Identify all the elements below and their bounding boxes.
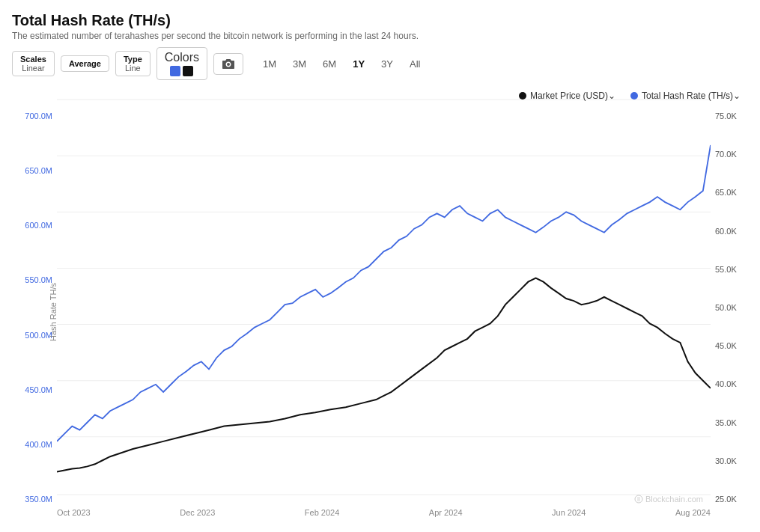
x-label-feb2024: Feb 2024	[305, 508, 339, 517]
camera-icon	[222, 58, 235, 70]
right-axis-label-60: 60.0K	[715, 227, 748, 236]
left-axis-label-600: 600.0M	[25, 221, 52, 230]
colors-swatches	[170, 66, 193, 76]
time-btn-6m[interactable]: 6M	[315, 54, 344, 74]
right-axis-label-25: 25.0K	[715, 495, 748, 504]
colors-control[interactable]: Colors	[156, 47, 207, 80]
time-btn-all[interactable]: All	[402, 54, 428, 74]
watermark: Blockchain.com	[634, 495, 703, 504]
right-axis-label-40: 40.0K	[715, 379, 748, 388]
scales-control[interactable]: Scales Linear	[12, 51, 55, 76]
title-section: Total Hash Rate (TH/s) The estimated num…	[12, 12, 748, 41]
x-label-dec2023: Dec 2023	[180, 508, 215, 517]
hash-rate-line	[57, 145, 711, 441]
y-axis-label: Hash Rate TH/s	[49, 283, 58, 341]
left-axis-label-700: 700.0M	[25, 111, 52, 120]
x-label-aug2024: Aug 2024	[675, 508, 711, 517]
legend-market-price: Market Price (USD)⌄	[519, 91, 615, 101]
page-title: Total Hash Rate (TH/s)	[12, 12, 748, 29]
legend-hash-rate: Total Hash Rate (TH/s)⌄	[630, 91, 741, 101]
legend-hash-rate-label: Total Hash Rate (TH/s)⌄	[642, 91, 741, 101]
left-axis-label-650: 650.0M	[25, 166, 52, 175]
x-label-oct2023: Oct 2023	[57, 508, 91, 517]
average-label: Average	[69, 59, 101, 68]
chart-legend: Market Price (USD)⌄ Total Hash Rate (TH/…	[519, 91, 741, 101]
screenshot-button[interactable]	[213, 53, 243, 75]
x-label-jun2024: Jun 2024	[552, 508, 586, 517]
scales-value: Linear	[22, 64, 45, 73]
scales-label: Scales	[20, 55, 46, 64]
time-btn-1y[interactable]: 1Y	[345, 54, 372, 74]
right-axis-label-55: 55.0K	[715, 265, 748, 274]
time-btn-3y[interactable]: 3Y	[374, 54, 401, 74]
type-label: Type	[124, 55, 142, 64]
colors-label: Colors	[165, 51, 199, 64]
type-control[interactable]: Type Line	[115, 51, 151, 76]
average-control[interactable]: Average	[61, 55, 109, 72]
left-axis-label-400: 400.0M	[25, 440, 52, 449]
page: Total Hash Rate (TH/s) The estimated num…	[0, 0, 760, 532]
watermark-text: Blockchain.com	[645, 495, 703, 504]
right-axis-label-35: 35.0K	[715, 418, 748, 427]
color-swatch-blue	[170, 66, 180, 76]
chart-area: Market Price (USD)⌄ Total Hash Rate (TH/…	[12, 89, 748, 526]
time-btn-1m[interactable]: 1M	[255, 54, 284, 74]
x-label-apr2024: Apr 2024	[429, 508, 463, 517]
type-value: Line	[125, 64, 141, 73]
chart-svg	[57, 89, 711, 505]
chart-main: Hash Rate TH/s	[57, 89, 711, 526]
market-price-line	[57, 278, 711, 472]
right-axis-label-45: 45.0K	[715, 341, 748, 350]
svg-point-0	[227, 63, 230, 66]
color-swatch-black	[183, 66, 193, 76]
left-axis-label-350: 350.0M	[25, 495, 52, 504]
legend-dot-black	[519, 92, 526, 100]
left-axis-label-450: 450.0M	[25, 385, 52, 394]
right-axis-label-75: 75.0K	[715, 111, 748, 120]
right-axis-label-50: 50.0K	[715, 303, 748, 312]
x-axis-labels: Oct 2023 Dec 2023 Feb 2024 Apr 2024 Jun …	[57, 508, 711, 517]
page-subtitle: The estimated number of terahashes per s…	[12, 31, 748, 41]
right-axis-label-30: 30.0K	[715, 456, 748, 465]
right-axis-label-70: 70.0K	[715, 150, 748, 159]
controls-bar: Scales Linear Average Type Line Colors 1…	[12, 47, 748, 80]
right-axis-label-65: 65.0K	[715, 188, 748, 197]
blockchain-icon	[634, 495, 643, 504]
right-axis: 75.0K 70.0K 65.0K 60.0K 55.0K 50.0K 45.0…	[711, 89, 748, 526]
time-btn-3m[interactable]: 3M	[285, 54, 314, 74]
time-range-selector: 1M 3M 6M 1Y 3Y All	[255, 54, 428, 74]
legend-market-price-label: Market Price (USD)⌄	[530, 91, 615, 101]
legend-dot-blue	[630, 92, 638, 100]
